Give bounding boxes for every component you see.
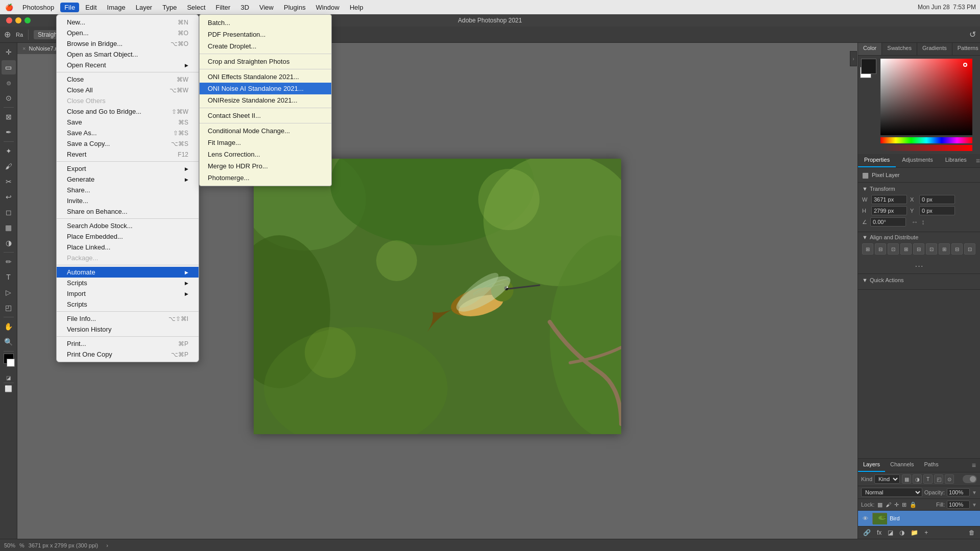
- menu-new[interactable]: New...⌘N: [57, 17, 199, 28]
- clone-stamp-tool[interactable]: ✂: [2, 174, 16, 189]
- submenu-oni-effects[interactable]: ONI Effects Standalone 2021...: [200, 71, 331, 83]
- menubar-image[interactable]: Image: [103, 3, 130, 12]
- quick-actions-header[interactable]: ▼ Quick Actions: [862, 277, 976, 283]
- quick-mask-button[interactable]: ◪: [6, 375, 11, 381]
- menubar-3d[interactable]: 3D: [236, 3, 253, 12]
- pen-tool[interactable]: ✏: [2, 255, 16, 269]
- menu-print-one[interactable]: Print One Copy⌥⌘P: [57, 349, 199, 360]
- submenu-contact-sheet[interactable]: Contact Sheet II...: [200, 110, 331, 121]
- background-color[interactable]: [7, 359, 15, 367]
- add-adjustment-button[interactable]: ◑: [897, 528, 906, 537]
- hand-tool[interactable]: ✋: [2, 319, 16, 334]
- menubar-help[interactable]: Help: [346, 3, 368, 12]
- filter-adjustment-button[interactable]: ◑: [913, 474, 922, 484]
- eraser-tool[interactable]: ◻: [2, 205, 16, 219]
- screen-mode-button[interactable]: ⬜: [5, 385, 12, 392]
- opacity-input[interactable]: [947, 488, 970, 496]
- foreground-background-colors[interactable]: [4, 354, 14, 364]
- reset-button[interactable]: ↺: [969, 30, 976, 39]
- tab-gradients[interactable]: Gradients: [917, 43, 952, 55]
- filter-pixel-button[interactable]: ▦: [902, 474, 911, 484]
- history-brush-tool[interactable]: ↩: [2, 190, 16, 204]
- filter-shape-button[interactable]: ◰: [934, 474, 943, 484]
- submenu-lens-correction[interactable]: Lens Correction...: [200, 148, 331, 160]
- eyedropper-tool[interactable]: ✒: [2, 125, 16, 139]
- zoom-tool[interactable]: 🔍: [2, 335, 16, 349]
- tab-close-icon[interactable]: ×: [22, 45, 26, 52]
- tab-swatches[interactable]: Swatches: [882, 43, 917, 55]
- align-right-button[interactable]: ⊡: [888, 243, 899, 255]
- flip-v-icon[interactable]: ↕: [921, 218, 925, 226]
- submenu-oni-noise[interactable]: ONI Noise AI Standalone 2021...: [200, 83, 331, 94]
- menu-open-recent[interactable]: Open Recent: [57, 60, 199, 70]
- menu-share-behance[interactable]: Share on Behance...: [57, 206, 199, 217]
- maximize-button[interactable]: [24, 17, 31, 23]
- menubar-type[interactable]: Type: [158, 3, 181, 12]
- align-top-button[interactable]: ⊞: [900, 243, 912, 255]
- layers-panel-menu[interactable]: ≡: [968, 459, 980, 472]
- y-input[interactable]: [919, 206, 955, 215]
- quick-select-tool[interactable]: ⊙: [2, 91, 16, 105]
- lock-artboard-button[interactable]: ⊞: [902, 502, 906, 508]
- layer-visibility-toggle[interactable]: 👁: [861, 514, 869, 522]
- properties-panel-menu[interactable]: ≡: [973, 154, 980, 167]
- minimize-button[interactable]: [15, 17, 21, 23]
- menu-generate[interactable]: Generate: [57, 174, 199, 185]
- menu-browse-bridge[interactable]: Browse in Bridge...⌥⌘O: [57, 38, 199, 49]
- submenu-batch[interactable]: Batch...: [200, 17, 331, 29]
- tab-properties[interactable]: Properties: [858, 154, 896, 167]
- spot-healing-tool[interactable]: ✦: [2, 144, 16, 158]
- menu-close-bridge[interactable]: Close and Go to Bridge...⇧⌘W: [57, 106, 199, 117]
- menubar-photoshop[interactable]: Photoshop: [18, 3, 58, 12]
- add-group-button[interactable]: 📁: [909, 528, 920, 537]
- menubar-window[interactable]: Window: [312, 3, 344, 12]
- distribute-left-button[interactable]: ⊞: [939, 243, 950, 255]
- canvas-image[interactable]: [254, 159, 621, 434]
- filter-smart-button[interactable]: ⊙: [945, 474, 954, 484]
- opacity-dropdown-icon[interactable]: ▼: [972, 490, 977, 495]
- add-style-button[interactable]: fx: [875, 528, 884, 537]
- lock-all-button[interactable]: 🔒: [910, 502, 917, 508]
- lock-position-button[interactable]: ✛: [894, 502, 899, 508]
- delete-layer-button[interactable]: 🗑: [967, 528, 977, 537]
- add-layer-button[interactable]: +: [922, 528, 930, 537]
- dodge-tool[interactable]: ◑: [2, 236, 16, 250]
- kind-select[interactable]: Kind: [874, 474, 900, 484]
- shape-tool[interactable]: ◰: [2, 300, 16, 315]
- add-mask-button[interactable]: ◪: [886, 528, 895, 537]
- status-arrow[interactable]: ›: [106, 542, 108, 548]
- menu-invite[interactable]: Invite...: [57, 195, 199, 206]
- x-input[interactable]: [919, 195, 955, 204]
- menu-search-stock[interactable]: Search Adobe Stock...: [57, 220, 199, 231]
- menu-automate[interactable]: Automate: [57, 267, 199, 278]
- color-spectrum[interactable]: [880, 59, 972, 135]
- marquee-tool[interactable]: ▭: [2, 60, 16, 74]
- transform-header[interactable]: ▼ Transform: [862, 186, 976, 192]
- menubar-filter[interactable]: Filter: [212, 3, 235, 12]
- submenu-create-droplet[interactable]: Create Droplet...: [200, 40, 331, 52]
- menubar-plugins[interactable]: Plugins: [280, 3, 310, 12]
- submenu-fit-image[interactable]: Fit Image...: [200, 137, 331, 148]
- tab-layers[interactable]: Layers: [858, 459, 885, 472]
- align-center-v-button[interactable]: ⊟: [913, 243, 924, 255]
- type-tool[interactable]: T: [2, 270, 16, 284]
- fill-input[interactable]: [947, 500, 970, 509]
- layer-mode-select[interactable]: Normal: [861, 488, 922, 497]
- tab-channels[interactable]: Channels: [885, 459, 919, 472]
- tab-paths[interactable]: Paths: [919, 459, 944, 472]
- distribute-right-button[interactable]: ⊡: [964, 243, 975, 255]
- align-header[interactable]: ▼ Align and Distribute: [862, 234, 976, 240]
- menu-file-info[interactable]: File Info...⌥⇧⌘I: [57, 313, 199, 324]
- menubar-edit[interactable]: Edit: [81, 3, 101, 12]
- gradient-tool[interactable]: ▦: [2, 220, 16, 235]
- menu-place-embedded[interactable]: Place Embedded...: [57, 231, 199, 242]
- menu-save-copy[interactable]: Save a Copy...⌥⌘S: [57, 138, 199, 149]
- menu-save[interactable]: Save⌘S: [57, 117, 199, 128]
- flip-h-icon[interactable]: ↔: [911, 218, 918, 226]
- submenu-oni-resize[interactable]: ONIResize Standalone 2021...: [200, 94, 331, 106]
- foreground-color-swatch[interactable]: [861, 59, 876, 74]
- menubar-select[interactable]: Select: [183, 3, 209, 12]
- menu-place-linked[interactable]: Place Linked...: [57, 242, 199, 253]
- menu-revert[interactable]: RevertF12: [57, 149, 199, 160]
- align-bottom-button[interactable]: ⊡: [926, 243, 937, 255]
